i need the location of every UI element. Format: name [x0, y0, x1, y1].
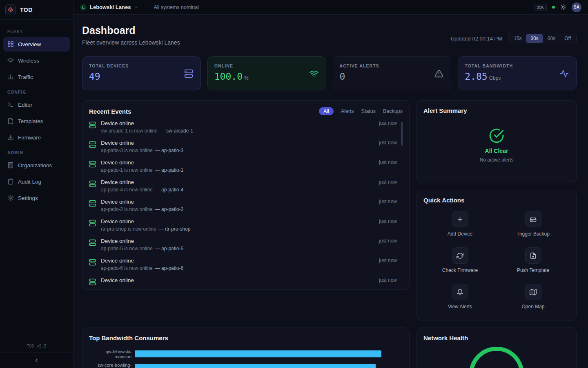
filter-alerts[interactable]: Alerts — [341, 108, 354, 114]
event-title: Device online — [101, 258, 374, 264]
alert-triangle-icon — [434, 69, 443, 78]
sidebar-item-label: Audit Log — [18, 179, 41, 185]
network-health-card: Network Health 100 — [416, 328, 577, 368]
stat-label: ACTIVE ALERTS — [340, 63, 445, 68]
file-icon — [7, 118, 14, 124]
events-list: Device onlinesw-arcade-1 is now online— … — [89, 120, 403, 289]
event-row[interactable]: Device onlineap-patio-1 is now online— a… — [89, 159, 403, 179]
event-detail: ap-patio-3 is now online — [101, 148, 153, 153]
alert-summary-card: Alert Summary All Clear No active alerts — [416, 100, 577, 183]
event-detail: sw-arcade-1 is now online — [101, 128, 158, 134]
top-bandwidth-title: Top Bandwidth Consumers — [89, 334, 403, 341]
sidebar-nav: FLEET Overview Wireless Traffic CONFIG E… — [0, 20, 73, 207]
quick-action-add-device[interactable]: Add Device — [423, 206, 497, 242]
chevron-down-icon — [134, 5, 139, 10]
event-device: — ap-patio-2 — [155, 206, 183, 212]
sidebar-item-audit-log[interactable]: Audit Log — [3, 174, 70, 189]
check-circle-icon — [489, 128, 504, 144]
nav-section-fleet: FLEET — [3, 25, 70, 37]
sidebar-item-label: Templates — [18, 118, 43, 124]
quick-action-view-alerts[interactable]: View Alerts — [423, 279, 497, 315]
server-icon — [184, 69, 193, 78]
sidebar-item-organizations[interactable]: Organizations — [3, 158, 70, 173]
command-palette-shortcut[interactable]: ⌘K — [534, 4, 547, 11]
sidebar-item-settings[interactable]: Settings — [3, 191, 70, 205]
filter-backups[interactable]: Backups — [383, 108, 403, 114]
quick-action-check-firmware[interactable]: Check Firmware — [423, 242, 497, 279]
events-scrollbar-thumb[interactable] — [401, 122, 403, 146]
event-time: just now — [379, 120, 403, 126]
grid-icon — [7, 41, 14, 47]
event-row[interactable]: Device onlineap-patio-3 is now online— a… — [89, 140, 403, 159]
app-root: TOD FLEET Overview Wireless Traffic CONF… — [0, 0, 588, 368]
event-time: just now — [379, 159, 403, 165]
connection-status-dot — [552, 6, 555, 9]
main-column: L Lebowski Lanes All systems nominal ⌘K … — [74, 0, 588, 368]
event-title: Device online — [101, 120, 374, 126]
refresh-option-15s[interactable]: 15s — [509, 34, 526, 43]
event-row[interactable]: Device online just now — [89, 277, 403, 289]
refresh-option-30s[interactable]: 30s — [526, 34, 543, 43]
event-time: just now — [379, 199, 403, 204]
event-row[interactable]: Device onlinesw-arcade-1 is now online— … — [89, 120, 403, 140]
server-icon — [89, 239, 96, 246]
top-bandwidth-card: Top Bandwidth Consumers gw-lebowski-mans… — [82, 328, 410, 368]
activity-icon — [560, 69, 569, 78]
filter-status[interactable]: Status — [361, 108, 376, 114]
bandwidth-bar — [135, 364, 376, 368]
event-row[interactable]: Device onlineap-patio-6 is now online— a… — [89, 258, 403, 277]
sidebar-item-traffic[interactable]: Traffic — [3, 70, 70, 84]
sidebar-item-firmware[interactable]: Firmware — [3, 130, 70, 145]
wifi-icon — [7, 57, 14, 64]
dashboard-content: Dashboard Fleet overview across Lebowski… — [74, 15, 588, 368]
dashboard-grid: Recent Events All Alerts Status Backups — [82, 100, 577, 368]
sidebar-item-editor[interactable]: Editor — [3, 97, 70, 112]
event-device: — ap-patio-1 — [155, 167, 183, 173]
sidebar-item-label: Overview — [18, 41, 41, 47]
quick-action-trigger-backup[interactable]: Trigger Backup — [497, 206, 570, 242]
quick-action-label: Trigger Backup — [517, 231, 550, 237]
refresh-option-off[interactable]: Off — [560, 34, 575, 43]
sidebar-item-templates[interactable]: Templates — [3, 114, 70, 128]
event-time: just now — [379, 140, 403, 146]
nav-section-admin: ADMIN — [3, 146, 70, 158]
event-row[interactable]: Device onlineap-patio-5 is now online— a… — [89, 238, 403, 258]
stat-value: 100.0 — [214, 71, 243, 82]
stat-card-total-devices: TOTAL DEVICES 49 — [82, 56, 201, 90]
event-time: just now — [379, 258, 403, 263]
topbar: L Lebowski Lanes All systems nominal ⌘K … — [74, 0, 588, 15]
quick-actions-title: Quick Actions — [423, 197, 570, 204]
event-title: Device online — [101, 218, 374, 224]
user-avatar[interactable]: SA — [572, 2, 581, 12]
bandwidth-row: gw-lebowski-mansion — [89, 347, 403, 361]
sidebar-item-label: Editor — [18, 102, 32, 108]
event-row[interactable]: Device onlinertr-pro-shop is now online—… — [89, 218, 403, 238]
theme-toggle-button[interactable] — [560, 4, 566, 10]
quick-action-push-template[interactable]: Push Template — [497, 242, 570, 279]
sidebar-item-wireless[interactable]: Wireless — [3, 53, 70, 68]
server-icon — [89, 278, 96, 285]
gauge-ring — [468, 346, 525, 368]
filter-all[interactable]: All — [319, 107, 333, 115]
event-row[interactable]: Device onlineap-patio-4 is now online— a… — [89, 179, 403, 199]
event-row[interactable]: Device onlineap-patio-2 is now online— a… — [89, 199, 403, 218]
sidebar-collapse-button[interactable] — [0, 352, 73, 368]
stat-value: 0 — [340, 71, 345, 82]
sidebar-item-label: Settings — [18, 195, 38, 201]
server-icon — [89, 121, 96, 128]
sidebar-item-overview[interactable]: Overview — [3, 37, 70, 52]
stat-value: 2.85 — [465, 71, 487, 82]
stat-cards-row: TOTAL DEVICES 49 ONLINE 100.0% ACTIVE AL… — [82, 56, 577, 90]
event-device: — ap-patio-3 — [155, 148, 183, 153]
quick-action-label: Open Map — [521, 304, 544, 310]
alert-status-text: All Clear — [485, 148, 508, 154]
event-time: just now — [379, 218, 403, 224]
quick-action-open-map[interactable]: Open Map — [497, 279, 570, 315]
download-icon — [7, 134, 14, 141]
refresh-option-60s[interactable]: 60s — [543, 34, 560, 43]
page-subtitle: Fleet overview across Lebowski Lanes — [82, 39, 180, 46]
org-switcher[interactable]: L Lebowski Lanes — [80, 4, 139, 11]
alert-detail-text: No active alerts — [480, 157, 514, 163]
org-avatar: L — [80, 4, 87, 11]
hard-drive-icon — [525, 211, 541, 227]
